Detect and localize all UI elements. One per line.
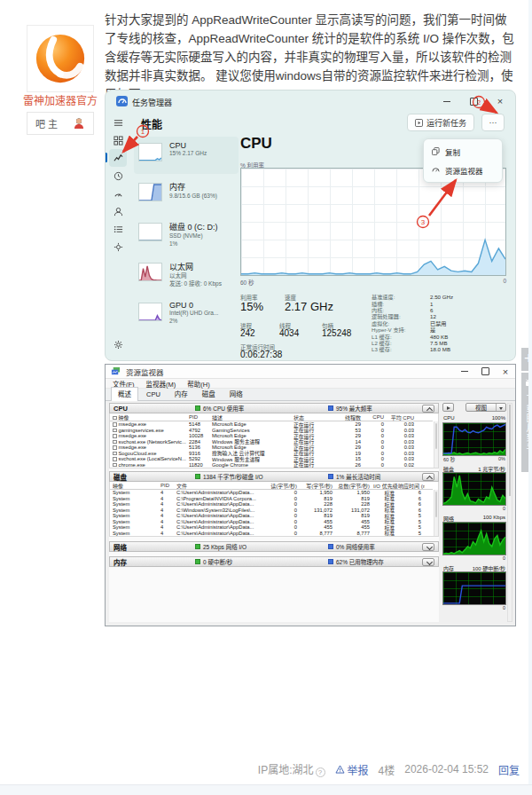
users-icon[interactable] (109, 202, 127, 220)
settings-gear-icon[interactable] (109, 335, 127, 353)
row-checkbox[interactable] (113, 434, 117, 438)
taskmgr-window-title: 任务管理器 (132, 97, 172, 108)
reply-button[interactable]: 回复 (498, 762, 520, 777)
minimize-button[interactable] (460, 367, 469, 376)
table-row[interactable]: svchost.exe (NetworkServic...2284Windows… (110, 439, 433, 445)
cpu-utilization-chart (240, 168, 506, 276)
expand-chevron-icon[interactable] (422, 543, 434, 551)
author-avatar[interactable] (27, 25, 94, 92)
post-footer: IP属地:湖北? 举报 4楼 2026-02-04 15:52 回复 (258, 761, 520, 777)
menu-monitor[interactable]: 监视器(M) (146, 379, 176, 389)
disk-thumbnail-chart (138, 223, 162, 241)
ethernet-thumbnail-chart (138, 263, 162, 281)
performance-sidebar: CPU 15% 2.17 GHz 内存 9.8/15.6 GB (63%) 磁盘… (134, 137, 239, 336)
row-checkbox[interactable] (113, 416, 117, 421)
row-checkbox[interactable] (113, 457, 117, 461)
author-name[interactable]: 雷神加速器官方 (2, 92, 119, 107)
details-icon[interactable] (109, 220, 127, 238)
timestamp-label: 2026-02-04 15:52 (404, 763, 489, 775)
row-checkbox[interactable] (113, 463, 117, 468)
menu-item-resource-monitor[interactable]: 资源监视器 (426, 161, 499, 179)
app-history-icon[interactable] (109, 167, 127, 185)
row-checkbox[interactable] (113, 452, 117, 456)
row-checkbox[interactable] (113, 440, 117, 445)
stat-value: 15% (240, 300, 263, 313)
run-task-icon (415, 119, 423, 127)
window-scrollbar[interactable] (507, 403, 512, 622)
collapse-panel-button[interactable] (442, 403, 454, 412)
maximize-button[interactable] (481, 367, 489, 376)
performance-page-title: 性能 (141, 116, 162, 131)
stat-value: 4034 (279, 328, 299, 338)
startup-apps-icon[interactable] (109, 185, 127, 202)
processes-icon[interactable] (109, 131, 127, 149)
cpu-section-title: CPU (240, 135, 272, 153)
blue-legend-square (328, 544, 333, 549)
table-scrollbar[interactable] (434, 490, 438, 536)
sidebar-item-ethernet[interactable]: 以太网 以太网 发送: 0 接收: 0 Kbps (134, 256, 239, 294)
stat-value: 242 (240, 328, 255, 338)
cpu-specs-list: 基准速度:2.50 GHz 插槽:1 内核:6 逻辑处理器:12 虚拟化:已禁用… (372, 294, 506, 353)
sidebar-item-memory[interactable]: 内存 9.8/15.6 GB (63%) (134, 177, 239, 214)
disk-section-header[interactable]: 磁盘 1384 千字节/秒磁盘 I/O 1% 最长活动时间 (109, 471, 439, 482)
close-button[interactable] (494, 95, 506, 107)
copy-icon (432, 147, 440, 155)
table-row[interactable]: System4C:\Users\Administrator\AppData...… (110, 531, 433, 537)
menu-help[interactable]: 帮助(H) (187, 379, 209, 389)
gpu-thumbnail-chart (138, 303, 162, 321)
sidebar-item-disk[interactable]: 磁盘 0 (C: D:) SSD (NVMe) 1% (134, 216, 239, 254)
menu-item-copy[interactable]: 复制 (426, 142, 499, 161)
minimize-button[interactable] (441, 95, 453, 107)
table-row[interactable]: gamingservices.exe4792GamingServices正在运行… (110, 428, 433, 434)
table-row[interactable]: chrome.exe11820Google Chrome正在运行2600.02 (110, 462, 433, 468)
sidebar-item-cpu[interactable]: CPU 15% 2.17 GHz (134, 137, 239, 174)
row-checkbox[interactable] (113, 422, 117, 427)
taskmgr-screenshot-image[interactable]: 任务管理器 (105, 90, 516, 361)
view-dropdown-button[interactable]: 视图 (466, 403, 506, 412)
page-right-margin (528, 0, 532, 795)
collapse-chevron-icon[interactable] (422, 405, 434, 413)
services-icon[interactable] (109, 238, 127, 256)
post-divider (0, 784, 532, 795)
close-button[interactable] (501, 367, 510, 376)
help-question-icon[interactable]: ? (316, 767, 325, 777)
run-new-task-button[interactable]: 运行新任务 (407, 114, 474, 131)
row-checkbox[interactable] (113, 429, 117, 433)
sidebar-item-gpu[interactable]: GPU 0 Intel(R) UHD Gra... 2% (134, 296, 239, 334)
table-scrollbar[interactable] (434, 421, 438, 468)
stat-value: 2.17 GHz (285, 300, 333, 313)
more-options-button[interactable]: ··· (481, 114, 505, 131)
expand-chevron-icon[interactable] (422, 558, 434, 566)
floor-label: 4楼 (379, 762, 395, 777)
network-section-header[interactable]: 网络 25 Kbps 网络 I/O 0% 网络使用率 (109, 541, 439, 552)
report-button[interactable]: 举报 (335, 762, 369, 777)
memory-history-chart: 内存100 硬中断/秒 0 (442, 564, 506, 611)
cpu-section-header[interactable]: CPU 6% CPU 使用率 95% 最大频率 (109, 403, 439, 413)
resmon-menubar: 文件(F) 监视器(M) 帮助(H) (106, 379, 515, 389)
memory-section-header[interactable]: 内存 0 硬中断/秒 62% 已用物理内存 (109, 556, 439, 567)
tab-cpu[interactable]: CPU (140, 390, 167, 400)
green-legend-square (195, 474, 200, 479)
disk-history-chart: 磁盘1 兆字节/秒 0 (442, 465, 506, 512)
tab-disk[interactable]: 磁盘 (196, 388, 222, 400)
taskmgr-app-icon (116, 95, 129, 107)
resmon-screenshot-image[interactable]: 资源监视器 文件(F) 监视器(M) 帮助(H) 概述 CPU 内存 磁盘 网络 (105, 364, 516, 626)
network-history-chart: 网络100 Kbps 0 (442, 515, 506, 562)
maximize-button[interactable] (467, 95, 480, 107)
resmon-window-title: 资源监视器 (126, 366, 455, 377)
table-row[interactable]: svchost.exe (LocalServiceN...5292Windows… (110, 456, 433, 462)
hamburger-menu-icon[interactable] (109, 114, 127, 131)
dropdown-arrow-icon (496, 404, 505, 411)
resmon-tabbar: 概述 CPU 内存 磁盘 网络 (106, 389, 515, 401)
collapse-chevron-icon[interactable] (422, 473, 434, 481)
table-row[interactable]: msedge.exe5148Microsoft Edge正在运行2900.03 (110, 421, 433, 428)
tab-memory[interactable]: 内存 (168, 388, 194, 400)
cpu-process-table: 映像PID描述状态线程数CPU平均 CPUmsedge.exe5148Micro… (109, 413, 439, 468)
performance-icon[interactable] (109, 149, 127, 167)
tab-overview[interactable]: 概述 (111, 387, 138, 401)
resmon-left-pane: CPU 6% CPU 使用率 95% 最大频率 映像PID描述状态线程数CPU平… (109, 403, 439, 622)
report-warning-icon (335, 765, 345, 774)
tab-network[interactable]: 网络 (223, 388, 249, 400)
chart-x-right-label: 0 (503, 278, 506, 287)
row-checkbox[interactable] (113, 445, 117, 450)
